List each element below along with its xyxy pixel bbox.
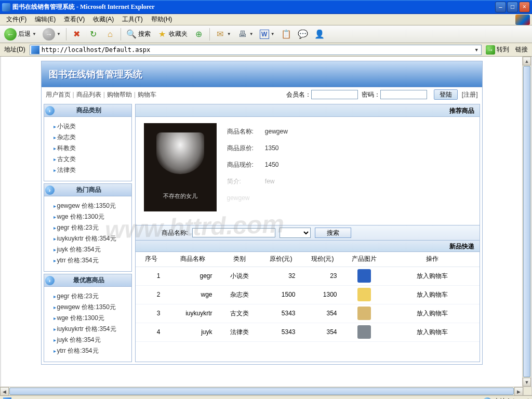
product-thumb-icon (357, 307, 371, 320)
favorites-button[interactable]: ★ 收藏夹 (155, 28, 190, 41)
menu-tools[interactable]: 工具(T) (118, 14, 147, 25)
scroll-right-button[interactable]: ▶ (514, 387, 523, 396)
messenger-button[interactable]: 👤 (312, 28, 327, 41)
scroll-up-button[interactable]: ▲ (523, 57, 531, 65)
feature-desc-value: few (265, 178, 275, 185)
toolbar-separator (66, 28, 66, 41)
word-icon: W (260, 30, 269, 39)
vertical-scrollbar[interactable]: ▲ ▼ (522, 57, 531, 387)
category-item[interactable]: 古文类 (54, 154, 128, 165)
scroll-left-button[interactable]: ◀ (0, 387, 9, 396)
toolbar-separator (121, 28, 121, 41)
mail-button[interactable]: ✉▼ (213, 28, 233, 41)
product-thumb-icon (357, 269, 371, 283)
stop-button[interactable]: ✖ (70, 28, 84, 41)
nav-cart[interactable]: 购物车 (136, 90, 158, 99)
category-item[interactable]: 小说类 (54, 121, 128, 132)
cell-cat: 杂志类 (219, 285, 260, 304)
featured-image-caption: 不存在的女儿 (144, 192, 217, 200)
dress-graphic (156, 132, 204, 174)
search-button[interactable]: 🔍 搜索 (124, 28, 153, 41)
page-body: www.httrd.com 图书在线销售管理系统 用户首页| 商品列表| 购物帮… (1, 57, 522, 387)
forward-button[interactable]: → ▼ (41, 28, 63, 41)
nav-list[interactable]: 商品列表 (74, 90, 103, 99)
menu-edit[interactable]: 编辑(E) (31, 14, 60, 25)
deal-item[interactable]: ytrr 价格:354元 (54, 345, 128, 356)
maximize-button[interactable]: □ (507, 2, 518, 12)
hot-item[interactable]: ytrr 价格:354元 (54, 255, 128, 266)
home-icon: ⌂ (105, 29, 115, 39)
arrow-icon: › (45, 106, 55, 115)
print-dropdown-icon: ▼ (249, 32, 254, 36)
product-grid: 序号 商品名称 类别 原价(元) 现价(元) 产品图片 操作 1gegr小说类3… (136, 252, 480, 342)
refresh-button[interactable]: ↻ (86, 28, 101, 41)
username-input[interactable] (311, 90, 358, 99)
panel-deals: › 最优惠商品 gegr 价格:23元gewgew 价格:1350元wge 价格… (44, 274, 132, 362)
add-to-cart-link[interactable]: 放入购物车 (385, 323, 480, 341)
cell-name: juyk (167, 323, 219, 341)
nav-home[interactable]: 用户首页 (44, 90, 73, 99)
add-to-cart-link[interactable]: 放入购物车 (385, 304, 480, 323)
msn-icon[interactable] (515, 15, 530, 25)
links-label[interactable]: 链接 (513, 45, 530, 54)
nav-help[interactable]: 购物帮助 (105, 90, 134, 99)
hot-item[interactable]: juyk 价格:354元 (54, 244, 128, 255)
cell-orig: 5343 (260, 304, 302, 323)
col-no: 序号 (136, 252, 167, 267)
deal-item[interactable]: wge 价格:1300元 (54, 313, 128, 324)
search-name-input[interactable] (192, 228, 275, 237)
edit-button[interactable]: W▼ (258, 28, 277, 41)
add-to-cart-link[interactable]: 放入购物车 (385, 285, 480, 304)
menu-view[interactable]: 查看(V) (60, 14, 89, 25)
menu-favorites[interactable]: 收藏(A) (89, 14, 118, 25)
deal-item[interactable]: gegr 价格:23元 (54, 291, 128, 302)
feature-desc-label: 简介: (227, 173, 263, 190)
go-button[interactable]: → 转到 (484, 45, 511, 55)
hot-item[interactable]: iuykuykrtr 价格:354元 (54, 233, 128, 244)
category-item[interactable]: 科教类 (54, 143, 128, 154)
clipboard-button[interactable]: 📋 (279, 28, 294, 41)
minimize-button[interactable]: – (495, 2, 506, 12)
print-button[interactable]: 🖶▼ (235, 28, 256, 41)
address-dropdown-icon[interactable]: ▼ (473, 47, 480, 52)
deal-item[interactable]: gewgew 价格:1350元 (54, 302, 128, 313)
scroll-corner (523, 387, 532, 395)
discuss-icon: 💬 (298, 29, 308, 39)
category-item[interactable]: 杂志类 (54, 132, 128, 143)
deal-list: gegr 价格:23元gewgew 价格:1350元wge 价格:1300元iu… (44, 287, 131, 362)
search-button[interactable]: 搜索 (315, 228, 351, 238)
menu-help[interactable]: 帮助(H) (147, 14, 177, 25)
scroll-down-button[interactable]: ▼ (523, 378, 531, 387)
search-category-select[interactable] (280, 228, 311, 238)
back-dropdown-icon: ▼ (32, 32, 36, 36)
back-button[interactable]: ← 后退 ▼ (2, 28, 38, 41)
password-input[interactable] (380, 90, 427, 99)
scroll-thumb[interactable] (9, 388, 514, 395)
hot-item[interactable]: wge 价格:1300元 (54, 211, 128, 222)
deal-item[interactable]: juyk 价格:354元 (54, 335, 128, 345)
home-button[interactable]: ⌂ (103, 28, 117, 41)
refresh-icon: ↻ (88, 29, 99, 39)
history-button[interactable]: ⊕ (192, 28, 206, 41)
login-button[interactable]: 登陆 (434, 89, 458, 100)
content-area: www.httrd.com 图书在线销售管理系统 用户首页| 商品列表| 购物帮… (0, 57, 532, 387)
cell-img (343, 285, 385, 304)
category-item[interactable]: 法律类 (54, 165, 128, 176)
close-button[interactable]: × (519, 2, 530, 12)
address-input[interactable]: http://localhost/Default.aspx ▼ (30, 45, 482, 55)
scroll-thumb[interactable] (523, 66, 530, 377)
hot-item[interactable]: gewgew 价格:1350元 (54, 201, 128, 211)
discuss-button[interactable]: 💬 (296, 28, 310, 41)
app-title: 图书在线销售管理系统 (49, 68, 142, 81)
horizontal-scrollbar[interactable]: ◀ ▶ (0, 387, 523, 395)
panel-header: › 最优惠商品 (44, 274, 131, 287)
register-link[interactable]: [注册] (460, 90, 480, 99)
menu-file[interactable]: 文件(F) (2, 14, 31, 25)
deal-item[interactable]: iuykuykrtr 价格:354元 (54, 324, 128, 335)
ie-icon (2, 3, 10, 11)
panel-title: 热门商品 (58, 185, 120, 194)
add-to-cart-link[interactable]: 放入购物车 (385, 267, 480, 285)
arrow-icon: › (45, 185, 55, 195)
hot-item[interactable]: gegr 价格:23元 (54, 222, 128, 233)
cell-now: 23 (302, 267, 343, 285)
